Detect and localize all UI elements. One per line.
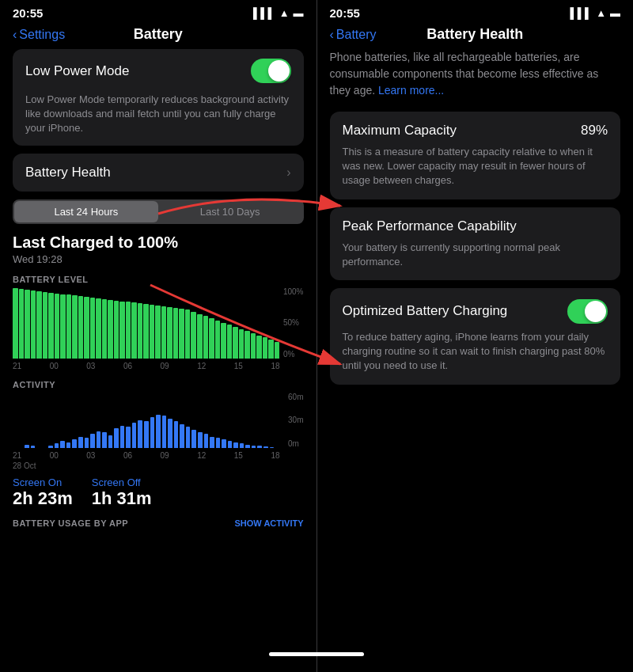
low-power-toggle[interactable]: [251, 59, 291, 83]
activity-bar: [48, 446, 53, 448]
battery-bar: [185, 309, 191, 358]
activity-bar: [204, 434, 209, 448]
left-content: Low Power Mode Low Power Mode temporaril…: [0, 49, 316, 672]
activity-bar: [156, 415, 161, 448]
battery-bar: [36, 291, 42, 359]
activity-bar: [270, 447, 275, 448]
screen-time-row: Screen On 2h 23m Screen Off 1h 31m: [13, 476, 304, 509]
tab-24hours[interactable]: Last 24 Hours: [14, 201, 158, 222]
activity-bar: [55, 443, 59, 448]
activity-bar: [180, 424, 184, 447]
battery-bar: [244, 331, 250, 358]
activity-bar: [132, 423, 137, 448]
battery-bar: [19, 289, 25, 358]
activity-bar: [66, 442, 71, 448]
activity-bar: [25, 445, 29, 448]
battery-bar: [119, 302, 125, 359]
battery-bar: [161, 306, 167, 359]
activity-bar: [78, 437, 83, 448]
activity-bar: [174, 421, 179, 448]
activity-chart: 60m 30m 0m: [13, 393, 304, 448]
battery-bar: [268, 340, 274, 358]
battery-bar: [96, 298, 101, 359]
battery-bar: [197, 314, 203, 359]
battery-bar: [173, 308, 179, 359]
battery-bar: [143, 304, 149, 358]
optimized-desc: To reduce battery aging, iPhone learns f…: [343, 330, 608, 374]
battery-bar: [108, 300, 113, 359]
screen-off-value: 1h 31m: [92, 488, 152, 509]
battery-chart: 100% 50% 0%: [13, 287, 304, 359]
battery-bar: [13, 288, 18, 358]
activity-bar: [228, 441, 233, 447]
optimized-row: Optimized Battery Charging: [343, 299, 608, 324]
battery-bar: [233, 327, 238, 359]
time-right: 20:55: [330, 6, 360, 20]
chevron-right-icon: ›: [286, 165, 290, 180]
battery-health-row[interactable]: Battery Health ›: [13, 154, 304, 192]
home-indicator: [317, 652, 365, 656]
toggle-knob: [268, 60, 290, 82]
battery-bar: [256, 336, 262, 359]
battery-icon-right: ▬: [610, 7, 620, 19]
battery-bar: [131, 302, 137, 358]
activity-section: ACTIVITY 60m 30m 0m 21 00 03 06 09 12: [13, 380, 304, 470]
optimized-toggle[interactable]: [567, 299, 608, 324]
capacity-row: Maximum Capacity 89%: [343, 123, 608, 139]
capacity-desc: This is a measure of battery capacity re…: [343, 145, 608, 188]
battery-grid: 100% 50% 0%: [283, 287, 304, 359]
activity-bar: [72, 439, 77, 448]
optimized-label: Optimized Battery Charging: [343, 303, 508, 319]
back-button-right[interactable]: ‹ Battery: [330, 28, 377, 42]
low-power-label: Low Power Mode: [25, 63, 129, 79]
activity-bar: [97, 431, 101, 448]
battery-bar: [72, 295, 78, 358]
activity-bar: [138, 420, 142, 448]
activity-bar: [168, 419, 172, 447]
battery-bar: [78, 296, 84, 358]
chevron-left-icon-right: ‹: [330, 28, 334, 42]
activity-bar: [240, 443, 244, 448]
status-icons-right: ▌▌▌ ▲ ▬: [570, 7, 620, 19]
activity-bar: [102, 432, 107, 448]
status-icons-left: ▌▌▌ ▲ ▬: [253, 7, 304, 19]
peak-desc: Your battery is currently supporting nor…: [343, 241, 608, 269]
learn-more-link[interactable]: Learn more...: [378, 84, 444, 97]
screen-off-label: Screen Off: [92, 476, 152, 488]
battery-bar: [25, 290, 30, 358]
time-left: 20:55: [13, 6, 43, 20]
tab-10days[interactable]: Last 10 Days: [158, 201, 302, 222]
battery-x-labels: 21 00 03 06 09 12 15 18: [13, 362, 304, 370]
activity-bar: [162, 416, 167, 448]
battery-bar: [43, 292, 48, 359]
left-screen: 20:55 ▌▌▌ ▲ ▬ ‹ Settings Battery Low Pow…: [0, 0, 316, 672]
battery-bars: [13, 287, 280, 359]
charged-sub: Wed 19:28: [13, 253, 304, 265]
battery-icon-left: ▬: [294, 7, 304, 19]
activity-bars: [13, 393, 280, 448]
back-button-left[interactable]: ‹ Settings: [13, 28, 65, 42]
status-bar-left: 20:55 ▌▌▌ ▲ ▬: [0, 0, 316, 23]
low-power-desc: Low Power Mode temporarily reduces backg…: [13, 93, 304, 146]
activity-bar: [191, 430, 196, 447]
battery-bar: [191, 312, 196, 359]
battery-bar: [227, 325, 233, 358]
battery-bar: [90, 298, 96, 359]
status-bar-right: 20:55 ▌▌▌ ▲ ▬: [317, 0, 634, 23]
battery-bar: [102, 299, 108, 359]
activity-bar: [114, 428, 119, 448]
battery-bar: [60, 294, 66, 359]
battery-bar: [31, 290, 36, 359]
screen-on-label: Screen On: [13, 476, 73, 488]
signal-icon-right: ▌▌▌: [570, 7, 592, 19]
battery-bar: [221, 323, 226, 359]
chevron-left-icon: ‹: [13, 28, 17, 42]
battery-usage-label: BATTERY USAGE BY APP: [13, 518, 128, 528]
battery-bar: [179, 309, 184, 359]
activity-bar: [120, 426, 125, 448]
screen-on-value: 2h 23m: [13, 488, 73, 509]
show-activity-btn[interactable]: SHOW ACTIVITY: [235, 518, 304, 528]
time-selector: Last 24 Hours Last 10 Days: [13, 199, 304, 224]
intro-text: Phone batteries, like all rechargeable b…: [330, 49, 621, 99]
nav-bar-left: ‹ Settings Battery: [0, 23, 316, 49]
